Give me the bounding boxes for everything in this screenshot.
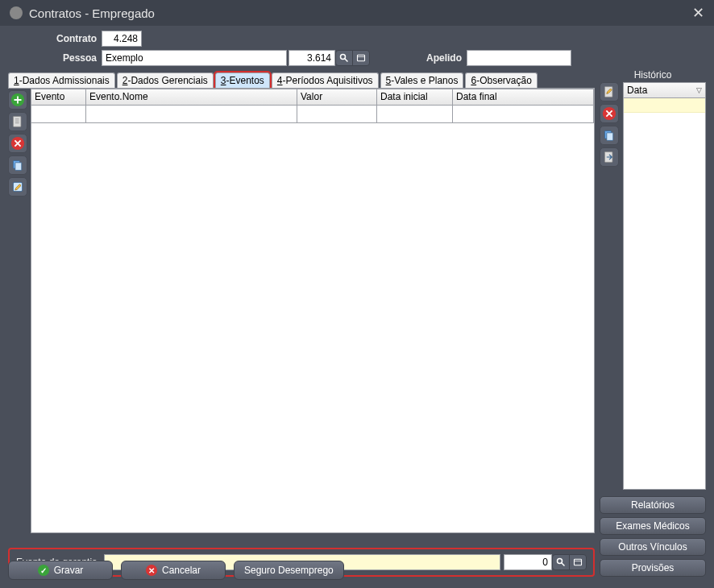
cancelar-label: Cancelar xyxy=(162,565,201,576)
right-buttons: Relatórios Exames Médicos Outros Vínculo… xyxy=(600,496,706,577)
row-contrato: Contrato 4.248 xyxy=(8,31,706,47)
main-area: 1-Dados Admissionais 2-Dados Gerenciais … xyxy=(8,69,706,577)
content: Contrato 4.248 Pessoa 3.614 Apelido xyxy=(8,31,706,580)
tab-eventos[interactable]: 3-Eventos xyxy=(215,72,270,88)
pessoa-code: 3.614 xyxy=(289,50,335,66)
events-grid[interactable]: Evento Evento.Nome Valor Data inicial Da… xyxy=(31,89,595,533)
note-icon[interactable] xyxy=(8,177,27,197)
hist-delete-icon[interactable] xyxy=(600,104,619,123)
tab-3-num: 3 xyxy=(221,75,226,86)
grid-empty-row xyxy=(31,106,594,123)
tabs: 1-Dados Admissionais 2-Dados Gerenciais … xyxy=(8,72,595,88)
pessoa-search-icon[interactable] xyxy=(335,50,353,66)
right-column: Histórico xyxy=(600,69,706,577)
col-valor[interactable]: Valor xyxy=(297,89,377,105)
garantia-detail-icon[interactable] xyxy=(569,554,587,570)
apelido-label: Apelido xyxy=(394,52,467,64)
garantia-search-icon[interactable] xyxy=(552,554,570,570)
apelido-input[interactable] xyxy=(467,50,571,66)
grid-toolbar xyxy=(8,89,31,533)
tab-6-label: -Observação xyxy=(476,75,532,86)
sort-desc-icon: ▽ xyxy=(696,86,702,94)
col-data-final[interactable]: Data final xyxy=(453,89,594,105)
historico-toolbar xyxy=(600,82,621,490)
seguro-desemprego-button[interactable]: Seguro Desemprego xyxy=(234,561,344,580)
pessoa-detail-icon[interactable] xyxy=(352,50,370,66)
tab-4-label: -Períodos Aquisitivos xyxy=(283,75,373,86)
hist-copy-icon[interactable] xyxy=(600,126,619,145)
tab-dados-gerenciais[interactable]: 2-Dados Gerenciais xyxy=(117,72,214,88)
tab-2-label: -Dados Gerenciais xyxy=(127,75,207,86)
grid-area: Evento Evento.Nome Valor Data inicial Da… xyxy=(8,88,595,533)
tab-vales-planos[interactable]: 5-Vales e Planos xyxy=(380,72,464,88)
pessoa-label: Pessoa xyxy=(40,52,102,64)
tab-observacao[interactable]: 6-Observação xyxy=(465,72,537,88)
provisoes-button[interactable]: Provisões xyxy=(600,559,706,577)
svg-rect-8 xyxy=(15,163,22,171)
col-evento[interactable]: Evento xyxy=(31,89,86,105)
tab-3-label: -Eventos xyxy=(226,75,264,86)
add-icon[interactable] xyxy=(8,90,27,110)
row-pessoa: Pessoa 3.614 Apelido xyxy=(8,50,706,66)
window-title: Contratos - Empregado xyxy=(29,6,155,20)
col-data-inicial[interactable]: Data inicial xyxy=(377,89,453,105)
seguro-label: Seguro Desemprego xyxy=(244,565,334,576)
close-icon[interactable]: ✕ xyxy=(692,4,704,22)
pessoa-input[interactable] xyxy=(102,50,287,66)
hist-edit-icon[interactable] xyxy=(600,82,619,101)
svg-point-10 xyxy=(558,559,562,564)
historico-label: Histórico xyxy=(600,69,706,81)
cancelar-button[interactable]: ✕ Cancelar xyxy=(121,561,226,580)
tab-1-label: -Dados Admissionais xyxy=(19,75,110,86)
tab-dados-admissionais[interactable]: 1-Dados Admissionais xyxy=(8,72,115,88)
app-icon xyxy=(10,6,23,19)
contrato-label: Contrato xyxy=(40,33,102,44)
tab-5-label: -Vales e Planos xyxy=(391,75,458,86)
titlebar: Contratos - Empregado ✕ xyxy=(0,0,714,26)
window: Contratos - Empregado ✕ Contrato 4.248 P… xyxy=(0,0,714,588)
historico-area: Data ▽ xyxy=(600,82,706,490)
contrato-value: 4.248 xyxy=(102,31,142,47)
exames-medicos-button[interactable]: Exames Médicos xyxy=(600,517,706,535)
tab-1-num: 1 xyxy=(14,75,19,86)
tab-4-num: 4 xyxy=(277,75,283,86)
tab-periodos-aquisitivos[interactable]: 4-Períodos Aquisitivos xyxy=(272,72,379,88)
svg-rect-2 xyxy=(358,55,365,61)
hist-transfer-icon[interactable] xyxy=(600,147,619,167)
bottom-bar: ✓ Gravar ✕ Cancelar Seguro Desemprego xyxy=(8,561,344,580)
grid-header: Evento Evento.Nome Valor Data inicial Da… xyxy=(31,89,594,106)
cancel-icon: ✕ xyxy=(146,565,157,576)
relatorios-button[interactable]: Relatórios xyxy=(600,496,706,514)
svg-rect-17 xyxy=(607,133,613,141)
historico-selected-row[interactable] xyxy=(624,98,705,113)
left-column: 1-Dados Admissionais 2-Dados Gerenciais … xyxy=(8,69,595,577)
svg-line-11 xyxy=(562,563,565,566)
svg-point-0 xyxy=(341,55,346,60)
historico-grid[interactable]: Data ▽ xyxy=(623,82,706,490)
svg-line-1 xyxy=(345,59,348,62)
gravar-button[interactable]: ✓ Gravar xyxy=(8,561,113,580)
copy-icon[interactable] xyxy=(8,155,27,175)
gravar-label: Gravar xyxy=(54,565,84,576)
evento-garantia-code: 0 xyxy=(504,554,552,570)
delete-icon[interactable] xyxy=(8,134,27,153)
check-icon: ✓ xyxy=(38,565,49,576)
svg-rect-12 xyxy=(575,559,582,565)
svg-rect-5 xyxy=(13,117,21,127)
historico-col-data[interactable]: Data ▽ xyxy=(624,83,705,98)
outros-vinculos-button[interactable]: Outros Vínculos xyxy=(600,538,706,556)
edit-icon[interactable] xyxy=(8,112,27,131)
col-evento-nome[interactable]: Evento.Nome xyxy=(86,89,297,105)
historico-col-label: Data xyxy=(627,85,647,96)
